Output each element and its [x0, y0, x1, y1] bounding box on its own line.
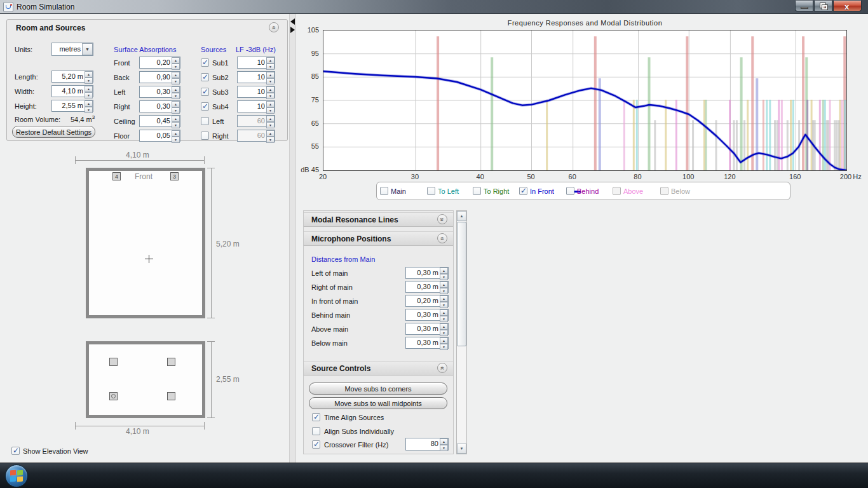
- splitter-expand-right-icon[interactable]: [290, 27, 295, 33]
- absorption-floor-field[interactable]: 0,05▲▼: [139, 130, 180, 142]
- x-tick-label: 160: [789, 173, 801, 180]
- source-controls-header[interactable]: Source Controls: [304, 361, 453, 376]
- absorption-ceiling-field[interactable]: 0,45▲▼: [139, 115, 180, 127]
- mic-collapse-chevron-icon[interactable]: »: [437, 233, 447, 243]
- chevron-down-icon[interactable]: ▼: [82, 43, 93, 55]
- start-button[interactable]: [5, 464, 28, 487]
- show-elevation-checkbox[interactable]: [11, 447, 20, 455]
- right-of-main-field[interactable]: 0,30 m▲▼: [405, 281, 449, 293]
- legend-checkbox[interactable]: [473, 187, 481, 195]
- splitter-collapse-left-icon[interactable]: [290, 18, 295, 25]
- absorption-floor-label: Floor: [114, 132, 130, 140]
- modal-expand-chevron-icon[interactable]: »: [437, 214, 447, 224]
- absorption-back-field[interactable]: 0,90▲▼: [139, 71, 180, 83]
- align-subs-checkbox[interactable]: [312, 427, 320, 435]
- y-axis-bottom-label: dB 45: [296, 166, 319, 173]
- sub3-label: Sub3: [212, 88, 229, 96]
- scroll-up-icon[interactable]: ▲: [457, 211, 466, 221]
- left-checkbox[interactable]: [201, 117, 209, 125]
- spin-down-icon[interactable]: ▼: [85, 92, 93, 98]
- time-align-checkbox[interactable]: [312, 413, 320, 421]
- crossover-checkbox[interactable]: [312, 440, 320, 449]
- above-main-field[interactable]: 0,30 m▲▼: [405, 323, 449, 335]
- source-controls-chevron-icon[interactable]: »: [437, 363, 447, 373]
- elevation-sub-top-right[interactable]: [167, 358, 175, 366]
- legend-checkbox[interactable]: [380, 187, 388, 195]
- legend-label: To Left: [438, 187, 459, 195]
- sub3-marker[interactable]: 3: [170, 172, 179, 180]
- sub4-checkbox[interactable]: [201, 102, 209, 111]
- height-field[interactable]: 2,55 m ▲▼: [51, 100, 93, 112]
- driver-circle-icon: [111, 394, 116, 398]
- legend-checkbox[interactable]: [427, 187, 435, 195]
- sub1-lf-field[interactable]: 10▲▼: [237, 57, 275, 69]
- scrollbar-thumb[interactable]: [457, 222, 466, 346]
- in-front-of-main-field[interactable]: 0,20 m▲▼: [405, 295, 449, 307]
- close-button[interactable]: x: [833, 1, 862, 11]
- legend-checkbox[interactable]: [613, 187, 621, 195]
- legend-checkbox[interactable]: [660, 187, 668, 195]
- behind-main-field[interactable]: 0,30 m▲▼: [405, 309, 449, 321]
- y-tick-label: 105: [296, 26, 319, 34]
- elevation-height-label: 2,55 m: [216, 375, 240, 384]
- splitter-divider[interactable]: [289, 14, 296, 463]
- absorption-left-field[interactable]: 0,30▲▼: [139, 86, 180, 98]
- sub2-lf-field[interactable]: 10▲▼: [237, 71, 275, 83]
- panel-scrollbar[interactable]: ▲ ▼: [456, 210, 467, 454]
- legend-label: Main: [391, 187, 406, 195]
- elevation-height-dimline: [211, 341, 212, 418]
- surface-absorptions-header: Surface Absorptions: [114, 46, 176, 53]
- app-icon: [3, 2, 13, 12]
- sources-header: Sources: [201, 46, 226, 53]
- sub3-checkbox[interactable]: [201, 88, 209, 96]
- elevation-sub-bottom-left[interactable]: [109, 392, 118, 400]
- below-main-field[interactable]: 0,30 m▲▼: [405, 337, 449, 349]
- dim-tick: [75, 156, 76, 164]
- sub2-checkbox[interactable]: [201, 73, 209, 81]
- spin-up-icon[interactable]: ▲: [85, 71, 93, 78]
- microphone-positions-header[interactable]: Microphone Positions: [304, 231, 453, 246]
- x-tick-label: 50: [527, 173, 534, 180]
- right-checkbox[interactable]: [201, 132, 209, 140]
- right-lf-field: 60▲▼: [237, 130, 275, 142]
- restore-defaults-button[interactable]: Restore Default Settings: [12, 126, 95, 138]
- width-field[interactable]: 4,10 m ▲▼: [51, 85, 93, 97]
- crossover-field[interactable]: 80▲▼: [405, 438, 449, 451]
- absorption-right-field[interactable]: 0,30▲▼: [139, 100, 180, 112]
- y-tick-label: 95: [296, 50, 319, 57]
- absorption-right-label: Right: [114, 103, 130, 111]
- spin-down-icon[interactable]: ▼: [85, 78, 93, 84]
- legend-checkbox[interactable]: [519, 187, 527, 195]
- sub1-checkbox[interactable]: [201, 58, 209, 67]
- absorption-front-field[interactable]: 0,20▲▼: [139, 57, 180, 69]
- in-front-of-main-label: In front of main: [311, 297, 358, 305]
- chart-legend: MainTo LeftTo RightIn FrontBehindAboveBe…: [376, 182, 790, 200]
- elevation-sub-top-left[interactable]: [109, 358, 118, 366]
- elevation-sub-bottom-right[interactable]: [167, 392, 175, 400]
- left-of-main-field[interactable]: 0,30 m▲▼: [405, 267, 449, 279]
- sub3-lf-field[interactable]: 10▲▼: [237, 86, 275, 98]
- collapse-chevron-icon[interactable]: »: [269, 22, 279, 32]
- spin-up-icon[interactable]: ▲: [85, 100, 93, 107]
- chart-plot-area[interactable]: [323, 30, 847, 171]
- top-view-room[interactable]: [86, 168, 205, 318]
- modal-resonance-header[interactable]: Modal Resonance Lines: [304, 212, 453, 227]
- units-dropdown[interactable]: metres ▼: [51, 43, 93, 56]
- scroll-down-icon[interactable]: ▼: [457, 444, 466, 454]
- sub4-lf-field[interactable]: 10▲▼: [237, 100, 275, 112]
- legend-label: In Front: [530, 187, 554, 195]
- left-lf-field: 60▲▼: [237, 115, 275, 127]
- length-label: Length:: [15, 73, 38, 81]
- move-subs-corners-button[interactable]: Move subs to corners: [309, 383, 447, 395]
- legend-checkbox[interactable]: [566, 187, 574, 195]
- length-field[interactable]: 5,20 m ▲▼: [51, 71, 93, 83]
- move-subs-midpoints-button[interactable]: Move subs to wall midpoints: [309, 397, 447, 409]
- spin-up-icon[interactable]: ▲: [85, 86, 93, 92]
- listener-position-marker[interactable]: [145, 255, 153, 263]
- spin-down-icon[interactable]: ▼: [85, 107, 93, 113]
- minimize-button[interactable]: [795, 1, 813, 11]
- restore-button[interactable]: [814, 1, 832, 11]
- frequency-response-chart: Frequency Responses and Modal Distributi…: [296, 14, 868, 211]
- elevation-view-room[interactable]: [86, 341, 205, 418]
- sub4-marker[interactable]: 4: [112, 172, 121, 180]
